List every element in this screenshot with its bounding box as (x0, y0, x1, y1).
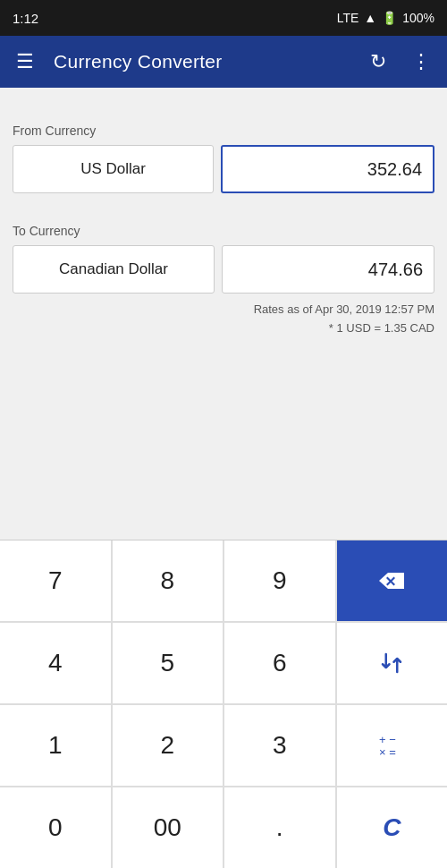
key-1[interactable]: 1 (0, 705, 111, 786)
from-currency-section: From Currency US Dollar 352.64 (13, 123, 434, 193)
status-bar: 1:12 LTE ▲ 🔋 100% (0, 0, 447, 36)
time: 1:12 (13, 11, 38, 26)
to-amount: 474.66 (368, 260, 423, 280)
signal-icon: ▲ (364, 11, 376, 25)
key-dot[interactable]: . (224, 787, 335, 868)
from-amount: 352.64 (367, 159, 422, 180)
key-00[interactable]: 00 (113, 787, 224, 868)
rates-line1: Rates as of Apr 30, 2019 12:57 PM (13, 301, 434, 319)
key-3[interactable]: 3 (224, 705, 335, 786)
status-right: LTE ▲ 🔋 100% (337, 11, 434, 25)
to-currency-section: To Currency Canadian Dollar 474.66 (13, 224, 434, 294)
key-6[interactable]: 6 (224, 623, 335, 703)
key-4[interactable]: 4 (0, 623, 111, 703)
refresh-icon[interactable]: ↻ (365, 45, 392, 79)
key-7[interactable]: 7 (0, 540, 111, 621)
to-currency-row: Canadian Dollar 474.66 (13, 245, 434, 294)
key-clear[interactable]: C (337, 787, 448, 868)
from-currency-name: US Dollar (80, 160, 146, 178)
rates-line2: * 1 USD = 1.35 CAD (13, 319, 434, 338)
more-icon[interactable]: ⋮ (406, 45, 436, 79)
keypad: 7 8 9 4 5 6 1 2 3 + − × = 0 00 . C (0, 540, 447, 868)
key-0[interactable]: 0 (0, 787, 111, 868)
network-label: LTE (337, 11, 359, 25)
key-5[interactable]: 5 (113, 623, 224, 703)
key-8[interactable]: 8 (113, 540, 224, 621)
to-currency-selector[interactable]: Canadian Dollar (13, 245, 215, 294)
app-title: Currency Converter (54, 51, 350, 72)
from-currency-value[interactable]: 352.64 (221, 145, 434, 193)
app-bar: ☰ Currency Converter ↻ ⋮ (0, 36, 447, 88)
key-9[interactable]: 9 (224, 540, 335, 621)
to-currency-label: To Currency (13, 224, 434, 238)
key-ops[interactable]: + − × = (337, 705, 448, 786)
key-2[interactable]: 2 (113, 705, 224, 786)
from-currency-label: From Currency (13, 123, 434, 138)
to-currency-value: 474.66 (222, 245, 434, 294)
battery-label: 100% (402, 11, 434, 25)
to-currency-name: Canadian Dollar (59, 260, 168, 278)
backspace-icon (377, 570, 406, 591)
ops-icon: + − × = (377, 731, 406, 760)
key-backspace[interactable] (337, 540, 448, 621)
from-currency-row: US Dollar 352.64 (13, 145, 434, 193)
svg-text:+  −: + − (379, 733, 396, 746)
svg-text:×  =: × = (379, 745, 396, 759)
swap-icon (378, 650, 405, 677)
battery-icon: 🔋 (382, 11, 397, 25)
main-content: From Currency US Dollar 352.64 To Curren… (0, 88, 447, 531)
rates-info: Rates as of Apr 30, 2019 12:57 PM * 1 US… (13, 301, 434, 338)
key-swap[interactable] (337, 623, 448, 703)
from-currency-selector[interactable]: US Dollar (13, 145, 214, 193)
menu-icon[interactable]: ☰ (11, 45, 39, 79)
